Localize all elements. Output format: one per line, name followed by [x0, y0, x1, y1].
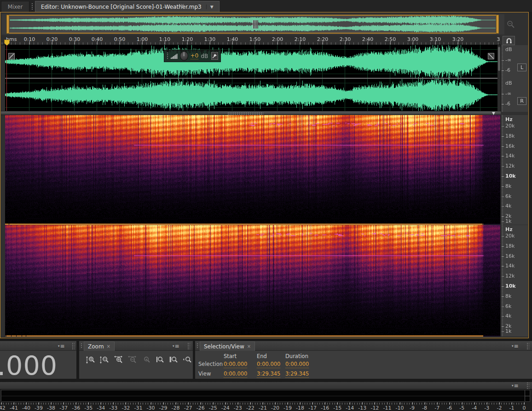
db-minus6-label: -6: [505, 101, 510, 107]
selection-view-grip[interactable]: [197, 343, 199, 349]
sv-end-value[interactable]: 3:29.345: [257, 370, 280, 378]
zoom-panel-tab[interactable]: Zoom ×: [84, 342, 115, 351]
meter-db-label: -30: [147, 405, 155, 411]
channel-L-button[interactable]: L: [517, 64, 526, 71]
hz-tick-label: 10k: [505, 283, 516, 289]
meter-db-label: -2: [497, 405, 502, 411]
zoom-panel-close-icon[interactable]: ×: [107, 344, 110, 349]
sv-start-value[interactable]: 0:00.000: [224, 370, 247, 378]
meter-db-label: -14: [346, 405, 354, 411]
time-display-value[interactable]: .000: [0, 351, 58, 379]
hz-tick: [502, 246, 504, 247]
splitter-grip[interactable]: [227, 112, 263, 115]
spectrogram-left-channel[interactable]: [5, 115, 500, 225]
meters-grip[interactable]: [526, 382, 529, 389]
hz-tick-label: 4k: [505, 313, 511, 319]
hud-drag-grip[interactable]: [167, 52, 168, 60]
tab-mixer-label: Mixer: [8, 4, 23, 10]
meter-db-label: -7: [434, 405, 439, 411]
channel-separator[interactable]: [5, 78, 497, 79]
collapse-triangle-icon[interactable]: ▼: [492, 112, 495, 115]
meter-db-label: -20: [271, 405, 279, 411]
meter-db-label: -22: [246, 405, 254, 411]
selection-view-header-grip[interactable]: [526, 342, 529, 349]
zoom-selection-button[interactable]: [181, 354, 193, 365]
meter-major-tick: [238, 402, 238, 405]
zoom-in-point-button[interactable]: [154, 354, 166, 365]
hz-tick: [502, 307, 504, 307]
vertical-scrollbar-thumb[interactable]: [498, 47, 500, 71]
spectrogram-right-channel[interactable]: [5, 225, 500, 336]
zoom-out-full-icon[interactable]: [506, 20, 515, 31]
overview-left-handle[interactable]: [6, 15, 9, 34]
sv-start-value[interactable]: 0:00.000: [224, 361, 247, 368]
hz-tick: [502, 331, 504, 332]
gain-knob[interactable]: [180, 51, 188, 61]
tab-editor-dropdown-icon[interactable]: ▼: [206, 5, 214, 9]
zoom-in-vertical-button[interactable]: [85, 354, 97, 365]
fade-out-handle[interactable]: [488, 53, 494, 59]
meter-major-tick: [39, 402, 39, 405]
ruler-major-tick: [368, 41, 368, 45]
vertical-scrollbar[interactable]: [497, 45, 501, 112]
zoom-panel: Zoom × ▾≡: [79, 341, 193, 379]
gain-value[interactable]: +0: [191, 53, 199, 59]
playhead-line: [6, 45, 7, 112]
sv-end-value[interactable]: 0:00.000: [257, 361, 280, 368]
db-unit-label: dB: [505, 80, 512, 86]
ruler-major-tick: [210, 41, 210, 45]
tab-editor[interactable]: Editor: Unknown-Bounce [Original Score]-…: [35, 1, 220, 12]
fade-in-handle[interactable]: [8, 53, 15, 59]
sv-row-label: Selection: [198, 361, 223, 367]
zoom-panel-header-grip[interactable]: [187, 342, 190, 349]
spectrogram-hz-scale-left[interactable]: Hz20k18k16k14k12k10k8k6k4k2k1k: [501, 115, 528, 225]
ruler-minor-ticks: [1, 42, 501, 45]
spectrogram-hz-scale-right[interactable]: Hz20k18k16k14k12k10k8k6k4k2k1k: [501, 225, 528, 336]
hz-tick: [502, 221, 504, 222]
meter-major-tick: [201, 402, 201, 405]
overview-range-box[interactable]: [6, 15, 499, 34]
ruler-major-tick: [435, 41, 436, 45]
zoom-panel-grip[interactable]: [81, 343, 83, 349]
overview-playhead-grip[interactable]: [253, 20, 258, 29]
zoom-panel-menu-icon[interactable]: ▾≡: [173, 343, 181, 348]
meter-db-label: -37: [59, 405, 68, 411]
zoom-out-vertical-button[interactable]: [98, 354, 110, 365]
db-tick: [502, 60, 504, 61]
hz-tick: [502, 197, 504, 197]
time-panel-menu-icon[interactable]: ▾≡: [58, 343, 66, 348]
gain-hud[interactable]: +0 dB: [164, 50, 221, 62]
zoom-reset-button[interactable]: [140, 354, 152, 365]
snap-toggle-button[interactable]: [503, 36, 515, 45]
ruler-time-label-partial: 3: [497, 36, 500, 42]
waveform-db-scale[interactable]: dB-∞-6dB-∞-6 L R: [501, 45, 528, 112]
selection-view-menu-icon[interactable]: ▾≡: [512, 343, 520, 348]
meters-menu-icon[interactable]: ▾≡: [512, 383, 520, 388]
view-splitter[interactable]: ▼: [1, 111, 501, 115]
hz-tick-label: 20k: [505, 123, 515, 129]
meter-db-label: -23: [234, 405, 242, 411]
hz-tick: [502, 146, 504, 147]
level-meter-bar[interactable]: [1, 390, 530, 402]
meter-clip-indicators[interactable]: [525, 390, 530, 401]
timeline-ruler[interactable]: hms 0:100:200:300:400:501:001:101:201:30…: [1, 35, 501, 45]
sv-duration-value[interactable]: 0:00.000: [285, 361, 309, 368]
selection-view-tab[interactable]: Selection/View ×: [200, 342, 255, 351]
zoom-in-horizontal-button[interactable]: [112, 354, 124, 365]
tab-drag-grip[interactable]: [31, 3, 34, 10]
tab-editor-close-icon[interactable]: ×: [180, 2, 185, 9]
sv-duration-value[interactable]: 3:29.345: [285, 370, 309, 378]
zoom-out-horizontal-button[interactable]: [126, 354, 138, 365]
meter-major-tick: [1, 402, 2, 405]
hud-pin-button[interactable]: [211, 52, 218, 60]
time-display-panel: ▾≡ .000: [0, 341, 76, 379]
selection-view-close-icon[interactable]: ×: [247, 344, 251, 349]
tab-mixer[interactable]: Mixer: [1, 1, 29, 12]
zoom-out-point-button[interactable]: [168, 354, 179, 365]
time-panel-grip[interactable]: [72, 342, 75, 349]
hz-tick-label: 20k: [505, 233, 515, 239]
channel-R-button[interactable]: R: [517, 97, 526, 105]
meter-major-tick: [113, 402, 114, 405]
meter-major-tick: [188, 402, 189, 405]
overview-right-handle[interactable]: [496, 15, 499, 34]
